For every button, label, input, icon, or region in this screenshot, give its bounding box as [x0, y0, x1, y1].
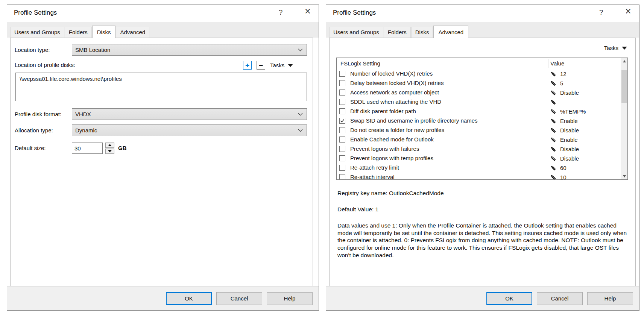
- table-row[interactable]: Enable Cached mode for Outlook Enable: [337, 135, 621, 144]
- setting-checkbox[interactable]: [339, 99, 345, 105]
- setting-checkbox[interactable]: [339, 118, 345, 124]
- remove-location-button[interactable]: −: [257, 61, 265, 70]
- allocation-type-label: Allocation type:: [15, 124, 53, 136]
- close-icon[interactable]: ×: [302, 6, 313, 17]
- allocation-type-select[interactable]: Dynamic: [72, 124, 307, 136]
- help-icon[interactable]: ?: [275, 8, 286, 17]
- tasks-dropdown[interactable]: Tasks: [270, 61, 293, 70]
- setting-checkbox[interactable]: [339, 127, 345, 133]
- tab-folders[interactable]: Folders: [65, 27, 92, 38]
- scrollbar-thumb[interactable]: [621, 70, 627, 103]
- table-row[interactable]: Prevent logons with failures Disable: [337, 144, 621, 154]
- setting-checkbox[interactable]: [339, 146, 345, 152]
- setting-label: Diff disk parent folder path: [350, 108, 416, 114]
- value-cell: [548, 97, 560, 107]
- setting-label: Access network as computer object: [350, 89, 439, 96]
- edit-pencil-icon[interactable]: [550, 127, 556, 133]
- setting-checkbox[interactable]: [339, 89, 345, 96]
- table-row[interactable]: Swap SID and username in profile directo…: [337, 116, 621, 126]
- edit-pencil-icon[interactable]: [550, 155, 556, 162]
- setting-checkbox[interactable]: [339, 155, 345, 161]
- location-type-select[interactable]: SMB Location: [72, 44, 307, 56]
- tasks-label: Tasks: [604, 45, 618, 51]
- default-size-input[interactable]: [72, 143, 103, 154]
- table-row[interactable]: Number of locked VHD(X) retries 12: [337, 69, 621, 79]
- chevron-down-icon: [298, 49, 303, 52]
- tab-disks[interactable]: Disks: [92, 26, 116, 38]
- tab-bar: Users and Groups Folders Disks Advanced: [7, 22, 319, 38]
- tab-users-and-groups[interactable]: Users and Groups: [10, 27, 64, 38]
- tab-advanced[interactable]: Advanced: [433, 26, 468, 38]
- help-button[interactable]: Help: [587, 292, 633, 305]
- profile-disk-format-value: VHDX: [75, 111, 298, 117]
- tab-advanced[interactable]: Advanced: [116, 27, 149, 38]
- ok-button[interactable]: OK: [486, 292, 532, 305]
- scrollbar[interactable]: [621, 58, 627, 179]
- tab-disks[interactable]: Disks: [411, 27, 433, 38]
- edit-pencil-icon[interactable]: [550, 108, 556, 115]
- table-row[interactable]: Do not create a folder for new profiles …: [337, 126, 621, 135]
- chevron-down-icon: [298, 113, 303, 116]
- tab-bar: Users and Groups Folders Disks Advanced: [326, 22, 639, 38]
- setting-checkbox[interactable]: [339, 137, 345, 143]
- edit-pencil-icon[interactable]: [550, 118, 556, 124]
- add-location-button[interactable]: +: [243, 61, 252, 70]
- tasks-dropdown[interactable]: Tasks: [604, 43, 627, 53]
- edit-pencil-icon[interactable]: [550, 89, 556, 96]
- quantity-stepper: [105, 143, 114, 154]
- edit-pencil-icon[interactable]: [550, 165, 556, 171]
- value-cell: 60: [548, 163, 567, 173]
- setting-label: Re-attach interval: [350, 174, 395, 179]
- setting-value: 10: [560, 174, 567, 179]
- table-row[interactable]: Access network as computer object Disabl…: [337, 88, 621, 97]
- setting-value: Enable: [560, 118, 578, 124]
- edit-pencil-icon[interactable]: [550, 99, 556, 105]
- scroll-down-button[interactable]: [621, 173, 627, 179]
- table-row[interactable]: Re-attach interval 10: [337, 173, 621, 179]
- edit-pencil-icon[interactable]: [550, 137, 556, 143]
- arrow-up-icon: [623, 60, 626, 62]
- page-title: Profile Settings: [14, 9, 57, 17]
- table-row[interactable]: SDDL used when attaching the VHD: [337, 97, 621, 107]
- table-row[interactable]: Diff disk parent folder path %TEMP%: [337, 107, 621, 116]
- tab-folders[interactable]: Folders: [384, 27, 411, 38]
- setting-label: Enable Cached mode for Outlook: [350, 136, 434, 143]
- arrow-down-icon: [108, 150, 112, 152]
- setting-label: Prevent logons with temp profiles: [350, 155, 433, 161]
- table-row[interactable]: Delay between locked VHD(X) retries 5: [337, 79, 621, 88]
- setting-checkbox[interactable]: [339, 80, 345, 86]
- setting-checkbox[interactable]: [339, 108, 345, 114]
- table-row[interactable]: Re-attach retry limit 60: [337, 163, 621, 173]
- help-button[interactable]: Help: [267, 292, 313, 305]
- setting-checkbox[interactable]: [339, 71, 345, 77]
- edit-pencil-icon[interactable]: [550, 71, 556, 77]
- tab-users-and-groups[interactable]: Users and Groups: [329, 27, 383, 38]
- value-cell: Enable: [548, 135, 578, 144]
- edit-pencil-icon[interactable]: [550, 146, 556, 152]
- value-cell: 10: [548, 173, 567, 179]
- tasks-label: Tasks: [270, 62, 284, 68]
- button-bar: OK Cancel Help: [7, 286, 319, 310]
- cancel-button[interactable]: Cancel: [537, 292, 583, 305]
- setting-value: Disable: [560, 155, 579, 162]
- profile-disks-location-input[interactable]: \\wepssa01.file.core.windows.net\profile…: [15, 73, 307, 101]
- edit-pencil-icon[interactable]: [550, 174, 556, 179]
- value-cell: Disable: [548, 154, 579, 163]
- value-cell: 12: [548, 69, 567, 79]
- spin-down-button[interactable]: [105, 149, 114, 154]
- spin-up-button[interactable]: [105, 143, 114, 148]
- registry-key-line: Registry key name: OutlookCachedMode: [337, 190, 444, 197]
- help-icon[interactable]: ?: [595, 8, 607, 17]
- profile-disk-format-select[interactable]: VHDX: [72, 108, 307, 120]
- cancel-button[interactable]: Cancel: [216, 292, 262, 305]
- profile-settings-dialog-disks: Profile Settings ? × Users and Groups Fo…: [7, 5, 319, 311]
- scroll-up-button[interactable]: [621, 58, 627, 64]
- setting-value: 60: [560, 165, 567, 171]
- edit-pencil-icon[interactable]: [550, 80, 556, 86]
- ok-button[interactable]: OK: [166, 292, 212, 305]
- setting-checkbox[interactable]: [339, 174, 345, 179]
- table-row[interactable]: Prevent logons with temp profiles Disabl…: [337, 154, 621, 163]
- setting-checkbox[interactable]: [339, 165, 345, 171]
- profile-disk-format-label: Profile disk format:: [15, 108, 61, 120]
- close-icon[interactable]: ×: [623, 6, 634, 17]
